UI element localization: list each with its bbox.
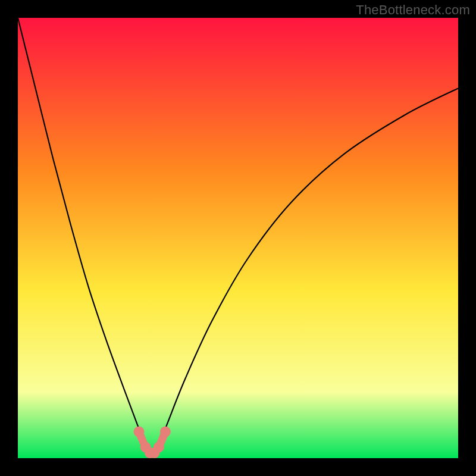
marker-dot: [154, 442, 164, 453]
chart-frame: TheBottleneck.com: [0, 0, 476, 476]
marker-dot: [160, 427, 171, 437]
gradient-background: [18, 18, 458, 458]
marker-dot: [134, 427, 145, 437]
bottleneck-chart: [18, 18, 458, 458]
plot-area: [18, 18, 458, 458]
watermark-text: TheBottleneck.com: [356, 2, 470, 18]
